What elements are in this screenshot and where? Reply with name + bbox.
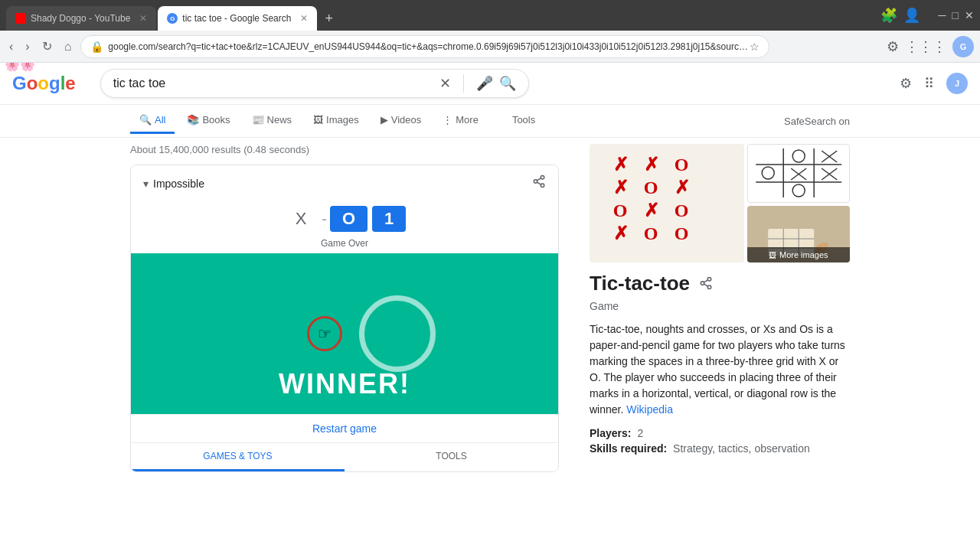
game-tabs: GAMES & TOYS TOOLS — [131, 442, 558, 471]
kp-subtitle: Game — [590, 300, 850, 312]
videos-icon: ▶ — [381, 114, 388, 126]
score-o-label-box: O — [330, 206, 368, 232]
new-tab-button[interactable]: + — [318, 6, 339, 31]
restart-row: Restart game — [131, 414, 558, 442]
google-logo[interactable]: Google 🌸🌸 — [12, 73, 76, 94]
address-text: google.com/search?q=tic+tac+toe&rlz=1CAJ… — [108, 41, 750, 52]
tab-videos[interactable]: ▶ Videos — [371, 108, 431, 134]
games-toys-tab[interactable]: GAMES & TOYS — [131, 443, 345, 471]
tab-google-label: tic tac toe - Google Search — [182, 13, 291, 24]
svg-text:✗: ✗ — [613, 223, 629, 243]
address-bar[interactable]: 🔒 google.com/search?q=tic+tac+toe&rlz=1C… — [80, 35, 769, 58]
left-column: About 15,400,000 results (0.48 seconds) … — [130, 144, 559, 484]
svg-text:✗: ✗ — [675, 178, 690, 197]
google-favicon: G — [167, 13, 178, 24]
user-avatar[interactable]: J — [946, 73, 968, 94]
tab-all[interactable]: 🔍 All — [130, 108, 175, 134]
google-header: Google 🌸🌸 ✕ 🎤 🔍 ⚙ ⠿ J — [0, 63, 980, 105]
back-button[interactable]: ‹ — [6, 37, 16, 57]
kp-share-button[interactable] — [699, 276, 713, 293]
score-row: X - O 1 — [131, 201, 558, 236]
settings-icon[interactable]: ⚙ — [887, 38, 899, 55]
game-header: ▾ Impossible — [131, 165, 558, 201]
svg-text:✗: ✗ — [644, 201, 659, 220]
kp-main-image[interactable]: ✗ ✗ O ✗ O ✗ O ✗ O ✗ O O — [590, 144, 744, 262]
score-o-value: 1 — [372, 206, 406, 232]
tab-youtube-close[interactable]: ✕ — [139, 13, 147, 24]
reload-button[interactable]: ↻ — [39, 36, 55, 57]
kp-sub-image-1[interactable] — [747, 144, 850, 203]
tab-all-label: All — [155, 114, 165, 126]
tab-books[interactable]: 📚 Books — [178, 108, 239, 134]
maximize-button[interactable]: □ — [952, 9, 959, 21]
forward-button[interactable]: › — [22, 37, 32, 57]
toolbar-right: ⚙ ⋮⋮⋮ G — [887, 36, 974, 57]
window-controls: 🧩 👤 ─ □ ✕ — [880, 7, 974, 24]
restart-game-link[interactable]: Restart game — [312, 422, 377, 435]
profile-icon[interactable]: 👤 — [903, 7, 920, 24]
chrome-extensions-icon[interactable]: 🧩 — [880, 7, 897, 24]
clear-search-icon[interactable]: ✕ — [439, 75, 451, 92]
kp-fact-skills: Skills required: Strategy, tactics, obse… — [590, 442, 850, 455]
tab-books-label: Books — [202, 114, 230, 126]
voice-search-icon[interactable]: 🎤 — [476, 75, 493, 92]
tab-youtube[interactable]: Shady Doggo - YouTube ✕ — [6, 6, 156, 31]
knowledge-panel: ✗ ✗ O ✗ O ✗ O ✗ O ✗ O O — [590, 144, 850, 484]
cursor-hand-icon: ☞ — [318, 324, 332, 343]
tools-tab[interactable]: TOOLS — [345, 443, 558, 471]
settings-gear-icon[interactable]: ⚙ — [900, 75, 912, 92]
score-x-label: X — [283, 206, 319, 232]
wikipedia-link[interactable]: Wikipedia — [626, 403, 673, 416]
home-button[interactable]: ⌂ — [61, 37, 75, 57]
nav-tabs: 🔍 All 📚 Books 📰 News 🖼 Images ▶ Videos ⋮… — [0, 105, 980, 138]
google-page: Google 🌸🌸 ✕ 🎤 🔍 ⚙ ⠿ J 🔍 All 📚 Books — [0, 63, 980, 551]
tab-images[interactable]: 🖼 Images — [304, 108, 368, 134]
images-icon: 🖼 — [313, 114, 323, 126]
youtube-favicon — [15, 13, 26, 24]
kp-images-grid: ✗ ✗ O ✗ O ✗ O ✗ O ✗ O O — [590, 144, 850, 262]
books-icon: 📚 — [187, 114, 199, 126]
address-bar-row: ‹ › ↻ ⌂ 🔒 google.com/search?q=tic+tac+to… — [0, 31, 980, 63]
game-widget: ▾ Impossible X - O 1 — [130, 165, 559, 472]
share-icon[interactable] — [532, 174, 546, 192]
tab-videos-label: Videos — [391, 114, 422, 126]
close-button[interactable]: ✕ — [965, 9, 974, 21]
difficulty-selector[interactable]: ▾ Impossible — [143, 178, 204, 190]
search-input[interactable] — [113, 77, 433, 90]
kp-description: Tic-tac-toe, noughts and crosses, or Xs … — [590, 321, 850, 418]
svg-text:✗: ✗ — [613, 178, 629, 197]
difficulty-label: Impossible — [153, 178, 204, 190]
avatar[interactable]: G — [952, 36, 974, 57]
svg-text:O: O — [613, 201, 628, 220]
game-over-text: Game Over — [131, 236, 558, 253]
tab-news[interactable]: 📰 News — [243, 108, 302, 134]
results-count: About 15,400,000 results (0.48 seconds) — [130, 144, 559, 155]
search-bar[interactable]: ✕ 🎤 🔍 — [100, 69, 529, 98]
board-o-piece — [359, 295, 436, 372]
more-icon: ⋮ — [443, 114, 452, 126]
tab-google-close[interactable]: ✕ — [300, 13, 308, 24]
tab-more-label: More — [456, 114, 479, 126]
svg-text:O: O — [644, 178, 658, 197]
images-icon-small: 🖼 — [769, 251, 776, 259]
winner-text: WINNER! — [279, 368, 410, 400]
tab-tools[interactable]: Tools — [503, 108, 544, 134]
header-right: ⚙ ⠿ J — [900, 73, 968, 94]
tab-more[interactable]: ⋮ More — [433, 108, 488, 134]
svg-text:O: O — [644, 223, 658, 243]
google-apps-icon[interactable]: ⠿ — [924, 75, 934, 92]
svg-line-43 — [704, 279, 707, 282]
kp-sub-image-2[interactable]: 🖼 More images — [747, 206, 850, 263]
more-images-overlay[interactable]: 🖼 More images — [747, 247, 850, 262]
chevron-down-icon: ▾ — [143, 178, 149, 190]
safesearch-label: SafeSearch on — [784, 116, 850, 127]
kp-title-row: Tic-tac-toe — [590, 272, 850, 297]
tab-google[interactable]: G tic tac toe - Google Search ✕ — [158, 6, 317, 31]
minimize-button[interactable]: ─ — [939, 9, 946, 21]
apps-icon[interactable]: ⋮⋮⋮ — [905, 38, 946, 55]
bookmark-icon[interactable]: ☆ — [750, 41, 760, 53]
all-icon: 🔍 — [139, 114, 152, 126]
game-board[interactable]: ☞ WINNER! — [131, 253, 558, 414]
tab-tools-label: Tools — [512, 114, 535, 126]
search-icon[interactable]: 🔍 — [499, 75, 516, 92]
